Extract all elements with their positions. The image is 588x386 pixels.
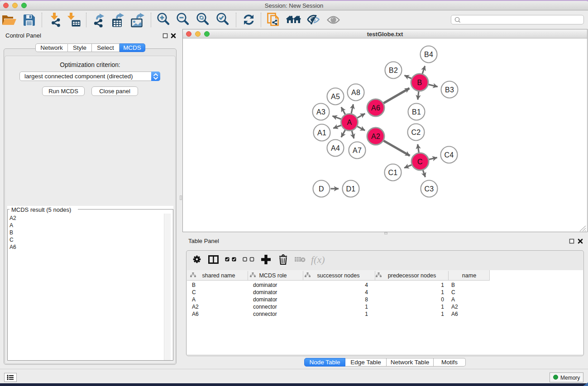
svg-text:A1: A1 xyxy=(317,129,326,137)
svg-text:D: D xyxy=(319,185,324,193)
svg-text:B4: B4 xyxy=(424,51,433,58)
svg-text:B1: B1 xyxy=(412,108,421,116)
svg-text:B3: B3 xyxy=(445,86,454,94)
svg-text:C2: C2 xyxy=(411,129,421,136)
svg-text:A3: A3 xyxy=(316,108,325,116)
svg-text:A5: A5 xyxy=(331,93,340,100)
svg-text:A: A xyxy=(347,119,352,126)
svg-text:B: B xyxy=(417,79,422,86)
svg-text:C1: C1 xyxy=(388,169,397,176)
svg-text:C3: C3 xyxy=(424,185,434,193)
svg-text:A4: A4 xyxy=(331,144,340,152)
svg-text:A2: A2 xyxy=(371,133,380,140)
svg-text:A8: A8 xyxy=(351,89,360,96)
svg-text:B2: B2 xyxy=(389,67,398,74)
svg-text:A6: A6 xyxy=(371,104,380,112)
svg-text:C: C xyxy=(417,158,423,166)
svg-text:D1: D1 xyxy=(346,185,355,193)
svg-text:C4: C4 xyxy=(444,151,454,159)
svg-text:A7: A7 xyxy=(353,147,362,154)
